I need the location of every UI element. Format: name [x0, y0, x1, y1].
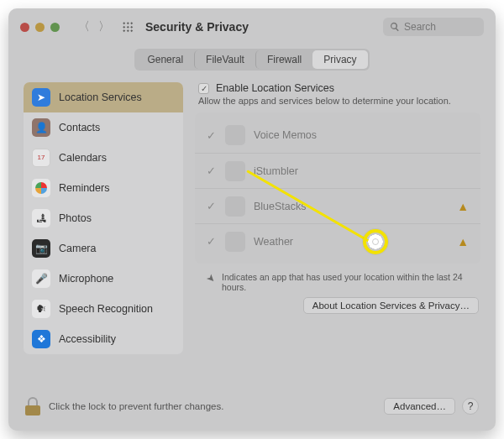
weather-icon [225, 232, 245, 252]
content: ➤ Location Services 👤 Contacts 17 Calend… [8, 71, 496, 354]
recent-usage-indicator: ➤ Indicates an app that has used your lo… [195, 272, 480, 297]
sidebar-item-label: Calendars [59, 152, 107, 164]
reminders-icon [32, 179, 50, 197]
close-icon[interactable] [20, 23, 29, 32]
app-name: Weather [254, 236, 449, 248]
sidebar-item-label: Speech Recognition [59, 303, 153, 315]
sidebar-item-contacts[interactable]: 👤 Contacts [24, 112, 183, 143]
sidebar: ➤ Location Services 👤 Contacts 17 Calend… [24, 82, 183, 354]
sidebar-item-label: Reminders [59, 182, 109, 194]
prefs-window: 〈 〉 Security & Privacy Search General Fi… [8, 8, 496, 431]
app-checkbox[interactable]: ✓ [207, 200, 217, 212]
location-arrow-icon: ➤ [204, 272, 218, 286]
app-name: iStumbler [254, 165, 469, 177]
zoom-icon[interactable] [50, 23, 60, 32]
enable-location-label: Enable Location Services [216, 82, 334, 94]
arrow-icon: ➤ [32, 88, 50, 107]
app-checkbox[interactable]: ✓ [207, 235, 217, 248]
indicator-text: Indicates an app that has used your loca… [222, 272, 472, 292]
about-row: About Location Services & Privacy… [195, 297, 480, 314]
accessibility-icon: ❖ [32, 330, 50, 348]
app-name: BlueStacks [254, 201, 449, 212]
microphone-icon: 🎤 [32, 269, 50, 288]
contacts-icon: 👤 [32, 118, 50, 137]
footer: Click the lock to prevent further change… [8, 387, 496, 431]
app-name: Voice Memos [254, 129, 469, 141]
app-row-voice-memos: ✓ Voice Memos [195, 118, 480, 153]
app-checkbox[interactable]: ✓ [207, 129, 217, 142]
lock-icon[interactable] [25, 397, 40, 415]
tab-bar: General FileVault Firewall Privacy [8, 49, 496, 71]
search-placeholder: Search [404, 21, 436, 33]
enable-location-description: Allow the apps and services below to det… [195, 94, 480, 112]
warning-icon: ▲ [457, 235, 469, 248]
lock-text: Click the lock to prevent further change… [49, 401, 223, 411]
camera-icon: 📷 [32, 239, 50, 258]
app-row-istumbler: ✓ iStumbler [195, 153, 480, 188]
forward-button[interactable]: 〉 [98, 19, 110, 34]
tab-filevault[interactable]: FileVault [194, 50, 255, 69]
sidebar-item-label: Accessibility [59, 333, 116, 345]
sidebar-item-label: Microphone [59, 273, 113, 285]
calendar-icon: 17 [32, 149, 50, 167]
show-all-icon[interactable] [122, 21, 134, 33]
tabs: General FileVault Firewall Privacy [134, 49, 369, 71]
istumbler-icon [225, 161, 245, 181]
tab-firewall[interactable]: Firewall [255, 50, 312, 69]
enable-location-row: Enable Location Services [195, 82, 480, 94]
app-row-weather: ✓ Weather ▲ [195, 223, 480, 259]
apps-list: ✓ Voice Memos ✓ iStumbler ✓ BlueStacks ▲… [195, 112, 480, 264]
nav-arrows: 〈 〉 [78, 19, 110, 34]
sidebar-item-camera[interactable]: 📷 Camera [24, 233, 183, 264]
help-button[interactable]: ? [462, 398, 479, 415]
sidebar-item-reminders[interactable]: Reminders [24, 173, 183, 203]
sidebar-item-calendars[interactable]: 17 Calendars [24, 143, 183, 173]
enable-location-checkbox[interactable] [198, 83, 209, 94]
sidebar-item-label: Contacts [59, 122, 100, 133]
app-row-bluestacks: ✓ BlueStacks ▲ [195, 188, 480, 223]
search-icon [390, 22, 400, 32]
sidebar-item-microphone[interactable]: 🎤 Microphone [24, 264, 183, 294]
voice-memos-icon [225, 125, 245, 145]
sidebar-item-photos[interactable]: 🏞 Photos [24, 203, 183, 233]
speech-icon: 🗣 [32, 300, 50, 318]
sidebar-item-location-services[interactable]: ➤ Location Services [24, 82, 183, 112]
sidebar-item-label: Location Services [59, 91, 142, 103]
advanced-button[interactable]: Advanced… [384, 398, 455, 415]
traffic-lights [20, 23, 60, 32]
titlebar: 〈 〉 Security & Privacy Search [8, 8, 496, 45]
sidebar-item-label: Photos [59, 212, 92, 224]
tab-general[interactable]: General [136, 50, 194, 69]
app-checkbox[interactable]: ✓ [207, 165, 217, 177]
page-title: Security & Privacy [145, 20, 249, 34]
warning-icon: ▲ [457, 200, 469, 213]
back-button[interactable]: 〈 [78, 19, 90, 34]
search-field[interactable]: Search [383, 18, 484, 36]
sidebar-item-speech[interactable]: 🗣 Speech Recognition [24, 294, 183, 324]
minimize-icon[interactable] [35, 23, 45, 32]
sidebar-item-label: Camera [59, 243, 96, 254]
about-location-button[interactable]: About Location Services & Privacy… [303, 297, 479, 314]
annotation-circle [363, 229, 388, 254]
detail-panel: Enable Location Services Allow the apps … [195, 82, 480, 354]
photos-icon: 🏞 [32, 209, 50, 227]
tab-privacy[interactable]: Privacy [312, 50, 367, 69]
bluestacks-icon [225, 196, 245, 217]
sidebar-item-accessibility[interactable]: ❖ Accessibility [24, 324, 183, 354]
